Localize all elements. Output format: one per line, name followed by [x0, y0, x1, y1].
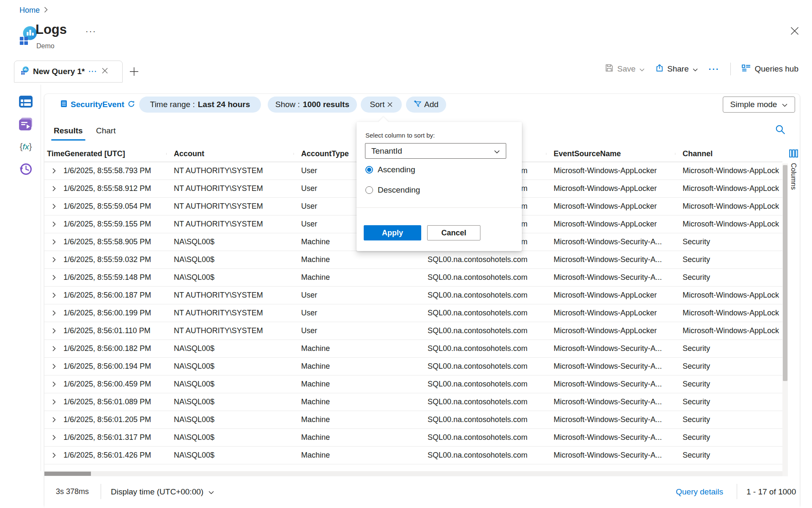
time-range-pill[interactable]: Time range : Last 24 hours [139, 97, 261, 113]
column-header-timegenerated[interactable]: TimeGenerated [UTC] [44, 149, 166, 158]
breadcrumb-chevron-icon [44, 6, 48, 15]
horizontal-scrollbar-thumb[interactable] [44, 472, 91, 476]
cancel-button[interactable]: Cancel [427, 225, 480, 240]
popup-divider [357, 207, 522, 208]
footer-divider-right [737, 484, 737, 499]
row-expander-icon[interactable] [44, 399, 63, 405]
row-expander-icon[interactable] [44, 435, 63, 440]
refresh-icon[interactable] [128, 100, 135, 109]
table-row[interactable]: 1/6/2025, 8:55:59.148 PM NA\SQL00$ Machi… [44, 269, 782, 287]
results-range: 1 - 17 of 1000 [746, 487, 796, 497]
tab-chart[interactable]: Chart [96, 126, 115, 135]
example-queries-pane-icon[interactable] [18, 116, 34, 132]
cell-computer: SQL00.na.contosohotels.com [420, 309, 546, 318]
row-expander-icon[interactable] [44, 346, 63, 351]
table-row[interactable]: 1/6/2025, 8:56:01.110 PM NT AUTHORITY\SY… [44, 322, 782, 340]
cell-timegenerated: 1/6/2025, 8:56:00.194 PM [63, 362, 166, 371]
table-row[interactable]: 1/6/2025, 8:56:01.205 PM NA\SQL00$ Machi… [44, 411, 782, 429]
query-history-pane-icon[interactable] [18, 161, 34, 177]
column-header-eventsourcename[interactable]: EventSourceName [546, 149, 675, 158]
queries-hub-button[interactable]: Queries hub [742, 64, 798, 74]
columns-panel-label[interactable]: Columns [790, 163, 797, 190]
horizontal-scrollbar[interactable] [44, 471, 782, 476]
row-expander-icon[interactable] [44, 204, 63, 209]
vertical-scrollbar-thumb[interactable] [783, 165, 787, 381]
row-expander-icon[interactable] [44, 168, 63, 174]
close-icon[interactable] [790, 26, 799, 37]
table-row[interactable]: 1/6/2025, 8:56:01.426 PM NA\SQL00$ Machi… [44, 447, 782, 464]
sort-column-dropdown[interactable]: TenantId [365, 143, 506, 159]
table-row[interactable]: 1/6/2025, 8:56:00.194 PM NA\SQL00$ Machi… [44, 358, 782, 375]
radio-selected-icon[interactable] [365, 166, 373, 174]
tables-pane-icon[interactable] [18, 94, 34, 109]
row-expander-icon[interactable] [44, 257, 63, 262]
show-results-pill[interactable]: Show : 1000 results [268, 97, 357, 113]
footer-divider [101, 484, 101, 499]
search-results-icon[interactable] [775, 124, 785, 136]
cell-eventsourcename: Microsoft-Windows-Security-A... [546, 451, 675, 460]
row-expander-icon[interactable] [44, 293, 63, 298]
functions-pane-icon[interactable]: {fx} [18, 139, 34, 154]
table-row[interactable]: 1/6/2025, 8:56:01.089 PM NA\SQL00$ Machi… [44, 393, 782, 411]
row-expander-icon[interactable] [44, 221, 63, 227]
share-button[interactable]: Share [656, 64, 698, 74]
row-expander-icon[interactable] [44, 310, 63, 316]
sort-pill[interactable]: Sort [361, 97, 402, 113]
toolbar-more-button[interactable]: ··· [709, 64, 720, 74]
query-tab[interactable]: New Query 1* ··· [14, 61, 123, 83]
cell-timegenerated: 1/6/2025, 8:55:58.905 PM [63, 237, 166, 246]
table-row[interactable]: 1/6/2025, 8:56:00.187 PM NT AUTHORITY\SY… [44, 287, 782, 304]
cell-account: NA\SQL00$ [166, 415, 294, 424]
table-row[interactable]: 1/6/2025, 8:56:01.317 PM NA\SQL00$ Machi… [44, 429, 782, 447]
mode-selector[interactable]: Simple mode [723, 97, 795, 113]
column-header-channel[interactable]: Channel [675, 149, 782, 158]
cell-computer: SQL00.na.contosohotels.com [420, 380, 546, 389]
breadcrumb-home-link[interactable]: Home [19, 6, 40, 15]
vertical-scrollbar[interactable] [782, 163, 788, 508]
page-subtitle: Demo [36, 42, 55, 50]
query-details-link[interactable]: Query details [676, 487, 723, 497]
row-expander-icon[interactable] [44, 417, 63, 422]
save-button[interactable]: Save [605, 64, 644, 74]
row-expander-icon[interactable] [44, 381, 63, 387]
row-expander-icon[interactable] [44, 453, 63, 458]
sort-column-value: TenantId [371, 146, 402, 156]
table-row[interactable]: 1/6/2025, 8:56:00.459 PM NA\SQL00$ Machi… [44, 375, 782, 393]
columns-icon[interactable] [789, 149, 798, 159]
tab-results[interactable]: Results [54, 126, 83, 135]
selected-table-chip[interactable]: SecurityEvent [57, 97, 138, 113]
cell-eventsourcename: Microsoft-Windows-Security-A... [546, 415, 675, 424]
cell-channel: Security [675, 398, 782, 406]
cell-account: NA\SQL00$ [166, 344, 294, 353]
sort-popup: Select column to sort by: TenantId Ascen… [357, 122, 522, 251]
share-icon [656, 64, 664, 74]
cell-computer: SQL00.na.contosohotels.com [420, 255, 546, 264]
cell-timegenerated: 1/6/2025, 8:55:58.793 PM [63, 166, 166, 175]
add-filter-pill[interactable]: Add [406, 97, 446, 113]
query-tab-close-icon[interactable] [101, 68, 108, 75]
table-row[interactable]: 1/6/2025, 8:56:00.182 PM NA\SQL00$ Machi… [44, 340, 782, 358]
radio-unselected-icon[interactable] [365, 186, 373, 194]
table-row[interactable]: 1/6/2025, 8:56:00.199 PM NT AUTHORITY\SY… [44, 304, 782, 322]
toolbar: Save Share ··· Queries hub [605, 63, 798, 75]
column-header-account[interactable]: Account [166, 149, 294, 158]
row-expander-icon[interactable] [44, 239, 63, 245]
table-icon [60, 100, 67, 109]
table-row[interactable]: 1/6/2025, 8:55:59.032 PM NA\SQL00$ Machi… [44, 251, 782, 269]
query-tab-more-button[interactable]: ··· [89, 68, 97, 75]
new-tab-button[interactable] [128, 65, 140, 78]
descending-radio[interactable]: Descending [365, 185, 420, 195]
row-expander-icon[interactable] [44, 186, 63, 191]
cell-eventsourcename: Microsoft-Windows-Security-A... [546, 362, 675, 371]
cell-channel: Microsoft-Windows-AppLock [675, 291, 782, 300]
display-time-selector[interactable]: Display time (UTC+00:00) [111, 487, 214, 497]
row-expander-icon[interactable] [44, 364, 63, 369]
row-expander-icon[interactable] [44, 328, 63, 334]
apply-button[interactable]: Apply [364, 225, 421, 240]
query-duration: 3s 378ms [56, 487, 89, 496]
sort-pill-remove-icon[interactable] [387, 100, 392, 109]
ascending-radio[interactable]: Ascending [365, 165, 415, 174]
title-more-menu[interactable]: ··· [85, 26, 96, 36]
cell-account: NA\SQL00$ [166, 237, 294, 246]
row-expander-icon[interactable] [44, 275, 63, 280]
